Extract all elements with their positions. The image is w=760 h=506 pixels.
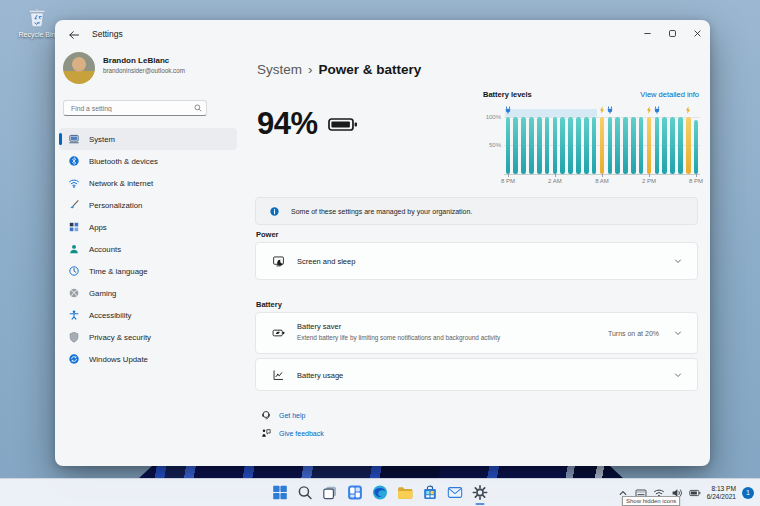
battery-bar — [662, 117, 667, 174]
page-title: Power & battery — [319, 62, 422, 77]
chart-bars — [504, 117, 700, 174]
taskbar-button-start[interactable] — [272, 484, 289, 501]
accounts-icon — [68, 243, 80, 255]
apps-icon — [68, 221, 80, 233]
link-label: Give feedback — [279, 430, 324, 437]
sidebar-item-accessibility[interactable]: Accessibility — [59, 304, 237, 326]
clock[interactable]: 8:13 PM 6/24/2021 — [707, 485, 736, 501]
user-email: brandoninsider@outlook.com — [103, 67, 185, 74]
accessibility-icon — [68, 309, 80, 321]
card-battery-saver[interactable]: Battery saver Extend battery life by lim… — [255, 312, 698, 354]
taskbar-button-search[interactable] — [297, 484, 314, 501]
settings-window: Settings Brandon LeBlanc brandoninsider@… — [55, 20, 710, 466]
search — [297, 484, 314, 501]
task-view — [322, 484, 339, 501]
search-box — [63, 100, 207, 116]
y-tick-label: 50% — [483, 142, 501, 148]
file-explorer — [397, 484, 414, 501]
plug-icon — [607, 106, 613, 114]
x-tick-label: 2 PM — [642, 178, 656, 184]
battery-bar — [678, 117, 683, 174]
managed-settings-banner: Some of these settings are managed by yo… — [255, 197, 698, 225]
taskbar-button-settings[interactable] — [472, 484, 489, 501]
give-feedback-icon — [261, 428, 271, 438]
gaming-icon — [68, 287, 80, 299]
battery-tray-icon[interactable] — [689, 487, 701, 499]
time-language-icon — [68, 265, 80, 277]
chevron-down-icon[interactable] — [673, 256, 683, 266]
section-label-power: Power — [256, 230, 279, 239]
sidebar-item-personalization[interactable]: Personalization — [59, 194, 237, 216]
breadcrumb-parent[interactable]: System — [257, 62, 302, 77]
taskbar-button-task-view[interactable] — [322, 484, 339, 501]
search-input[interactable] — [69, 101, 191, 115]
card-title: Battery usage — [297, 371, 343, 380]
sidebar-item-network-internet[interactable]: Network & internet — [59, 172, 237, 194]
edge — [372, 484, 389, 501]
sidebar-item-time-language[interactable]: Time & language — [59, 260, 237, 282]
battery-bar — [506, 117, 511, 174]
sidebar-item-privacy-security[interactable]: Privacy & security — [59, 326, 237, 348]
start — [272, 484, 289, 501]
battery-bar — [513, 117, 518, 174]
battery-bar — [568, 117, 573, 174]
sidebar-item-label: Gaming — [89, 289, 116, 298]
privacy-security-icon — [68, 331, 80, 343]
x-tick — [555, 174, 556, 177]
card-subtitle: Extend battery life by limiting some not… — [297, 334, 500, 341]
x-tick-label: 8 PM — [689, 178, 703, 184]
back-arrow-icon — [68, 29, 80, 41]
tooltip-show-hidden-icons: Show hidden icons — [622, 496, 680, 506]
breadcrumb: System›Power & battery — [257, 62, 421, 77]
notification-badge[interactable]: 1 — [742, 487, 754, 499]
windows-update-icon — [68, 353, 80, 365]
taskbar-button-file-explorer[interactable] — [397, 484, 414, 501]
sidebar-item-gaming[interactable]: Gaming — [59, 282, 237, 304]
card-battery-usage[interactable]: Battery usage — [255, 358, 698, 391]
sidebar-item-label: Bluetooth & devices — [89, 157, 158, 166]
battery-bar — [655, 117, 660, 174]
chevron-down-icon[interactable] — [673, 370, 683, 380]
battery-bar — [584, 117, 589, 174]
taskbar-button-edge[interactable] — [372, 484, 389, 501]
store — [422, 484, 439, 501]
plugged-in-band — [505, 109, 597, 117]
taskbar-button-mail[interactable] — [447, 484, 464, 501]
sidebar-item-label: Network & internet — [89, 179, 153, 188]
back-button[interactable] — [65, 26, 83, 44]
sidebar-item-apps[interactable]: Apps — [59, 216, 237, 238]
taskbar-button-store[interactable] — [422, 484, 439, 501]
avatar[interactable] — [63, 52, 95, 84]
get-help-icon — [261, 410, 271, 420]
x-tick-label: 8 AM — [595, 178, 609, 184]
main-content: System›Power & battery 94% Battery level… — [255, 20, 698, 466]
taskbar-button-widgets[interactable] — [347, 484, 364, 501]
sidebar-item-windows-update[interactable]: Windows Update — [59, 348, 237, 370]
sidebar-item-system[interactable]: System — [59, 128, 237, 150]
sidebar-item-label: Windows Update — [89, 355, 148, 364]
get-help-link[interactable]: Get help — [261, 410, 305, 420]
desktop: Recycle Bin Settings Brandon LeBlanc bra… — [0, 0, 760, 506]
sidebar-item-label: Privacy & security — [89, 333, 151, 342]
battery-bar — [560, 117, 565, 174]
y-tick-label: 100% — [483, 114, 501, 120]
info-icon — [270, 207, 279, 216]
tray-date: 6/24/2021 — [707, 493, 736, 501]
sidebar-item-bluetooth-devices[interactable]: Bluetooth & devices — [59, 150, 237, 172]
sidebar-item-label: Accounts — [89, 245, 121, 254]
bluetooth-icon — [68, 155, 80, 167]
recycle-bin-icon — [24, 4, 50, 30]
sidebar-item-accounts[interactable]: Accounts — [59, 238, 237, 260]
view-detailed-info-link[interactable]: View detailed info — [640, 90, 699, 99]
chevron-down-icon[interactable] — [673, 328, 683, 338]
battery-bar-charging — [600, 117, 605, 174]
give-feedback-link[interactable]: Give feedback — [261, 428, 324, 438]
plug-icon — [505, 106, 511, 114]
battery-usage-icon — [272, 368, 285, 381]
bolt-icon — [646, 106, 652, 114]
battery-bar — [615, 117, 620, 174]
card-screen-and-sleep[interactable]: Screen and sleep — [255, 242, 698, 280]
sidebar-item-label: Accessibility — [89, 311, 131, 320]
taskbar-buttons — [272, 479, 489, 506]
battery-levels-chart: Battery levels View detailed info 100%50… — [483, 90, 699, 185]
